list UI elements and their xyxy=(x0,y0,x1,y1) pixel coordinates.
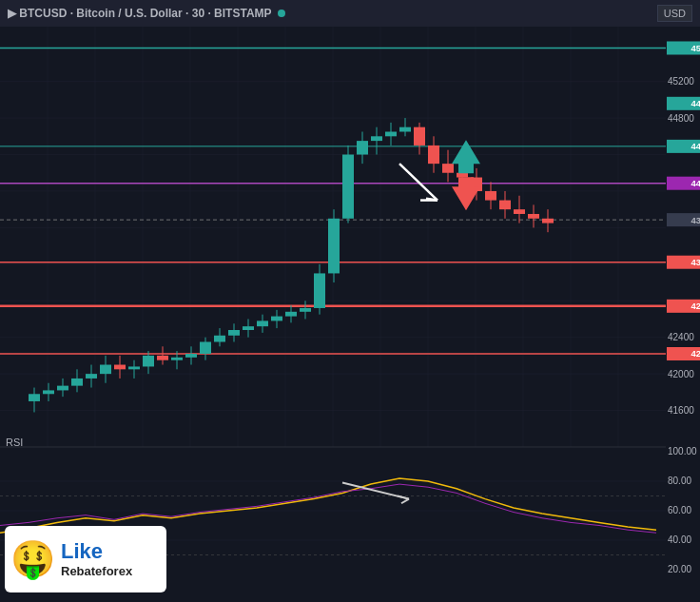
currency-button[interactable]: USD xyxy=(657,5,692,22)
watermark-emoji: 🤑 xyxy=(10,538,55,580)
watermark-logo: 🤑 Like Rebateforex xyxy=(5,526,166,592)
like-label: Like xyxy=(61,540,132,563)
watermark-text: Like Rebateforex xyxy=(61,540,132,577)
chart-symbol: ▶ BTCUSD · Bitcoin / U.S. Dollar · 30 · … xyxy=(8,7,272,20)
rsi-label: RSI xyxy=(6,437,23,448)
live-indicator xyxy=(278,10,285,17)
main-chart xyxy=(0,0,700,602)
rebate-label: Rebateforex xyxy=(61,564,132,578)
chart-header: ▶ BTCUSD · Bitcoin / U.S. Dollar · 30 · … xyxy=(0,0,700,27)
